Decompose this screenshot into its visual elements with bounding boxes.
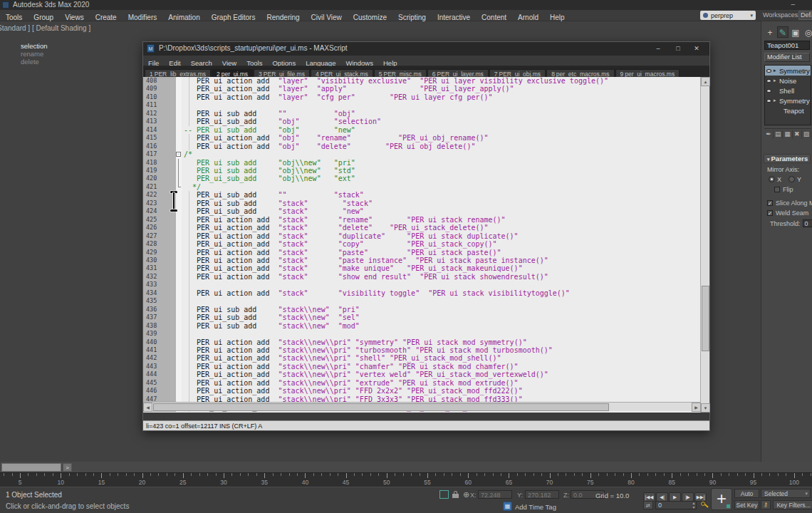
weld-checkbox[interactable]: ✓: [767, 210, 773, 216]
viewport-shading-label[interactable]: Standard ] [ Default Shading ]: [0, 24, 90, 32]
context-menu-item-selection[interactable]: selection: [21, 43, 48, 49]
make-unique-icon[interactable]: ▦: [783, 130, 792, 139]
fold-margin[interactable]: [176, 126, 182, 134]
editor-close-icon[interactable]: ✕: [691, 43, 702, 53]
code-text[interactable]: PER_ui_action_add "obj" "delete" "PER_ui…: [182, 142, 701, 150]
axis-y-radio[interactable]: [788, 176, 795, 182]
modifier-expand-icon[interactable]: ▸: [774, 78, 779, 83]
key-filter-selection-dropdown[interactable]: Selected▾: [761, 489, 811, 498]
code-line[interactable]: 416 PER_ui_action_add "obj" "delete" "PE…: [143, 142, 701, 150]
code-text[interactable]: PER_ui_action_add "stack" "make unique" …: [182, 264, 701, 272]
editor-titlebar[interactable]: M P:\Dropbox\3ds\scripts_startup\perui\p…: [143, 42, 709, 56]
fold-margin[interactable]: [176, 338, 182, 346]
code-line[interactable]: 421 */: [143, 183, 701, 191]
mini-listener-run-icon[interactable]: >: [63, 463, 72, 472]
add-time-tag-label[interactable]: Add Time Tag: [515, 503, 556, 511]
code-line[interactable]: 410 PER_ui_action_add "layer" "cfg per" …: [143, 93, 701, 101]
motion-tab-icon[interactable]: ◎: [803, 27, 812, 38]
code-text[interactable]: PER_ui_action_add "stack\\new\\pri" "ext…: [182, 379, 701, 387]
code-text[interactable]: -- PER_ui_sub_add "obj" "new": [182, 126, 701, 134]
key-filters-button[interactable]: Key Filters...: [773, 500, 812, 509]
fold-margin[interactable]: [176, 134, 182, 142]
selection-region-icon[interactable]: [439, 490, 449, 499]
fold-margin[interactable]: [176, 167, 182, 175]
fold-margin[interactable]: [176, 346, 182, 354]
x-coordinate-field[interactable]: 72.248: [478, 490, 512, 499]
code-line[interactable]: 415 PER_ui_action_add "obj" "rename" "PE…: [143, 134, 701, 142]
user-account-button[interactable]: perprep ▾: [700, 11, 756, 20]
fold-margin[interactable]: [176, 330, 182, 338]
modifier-visibility-icon[interactable]: [766, 69, 771, 73]
add-button[interactable]: +: [711, 488, 732, 510]
code-text[interactable]: PER_ui_action_add "layer" "cfg per" "PER…: [182, 93, 701, 101]
code-text[interactable]: PER_ui_sub_add "stack\\new" "mod": [182, 322, 701, 330]
axis-x-radio[interactable]: [769, 176, 775, 182]
key-mode-toggle[interactable]: ⇄: [643, 501, 653, 509]
code-text[interactable]: PER_ui_action_add "stack" "visibility to…: [182, 289, 701, 297]
code-text[interactable]: PER_ui_sub_add "" "stack": [182, 191, 701, 199]
modifier-list-dropdown[interactable]: Modifier List: [764, 53, 810, 62]
scroll-down-icon[interactable]: ▼: [701, 403, 710, 413]
editor-minimize-icon[interactable]: –: [652, 43, 664, 53]
context-menu-item-rename[interactable]: rename: [21, 51, 48, 57]
context-menu-item-delete[interactable]: delete: [21, 59, 48, 65]
fold-collapse-icon[interactable]: -: [176, 152, 181, 157]
parameters-rollout-header[interactable]: ▾Parameters: [764, 154, 811, 163]
y-coordinate-field[interactable]: 270.182: [525, 490, 559, 499]
code-text[interactable]: PER_ui_sub_add "" "obj": [182, 110, 701, 118]
code-line[interactable]: 425 PER_ui_action_add "stack" "rename" "…: [143, 216, 701, 224]
default-in-out-tangents-icon[interactable]: [701, 502, 709, 509]
code-text[interactable]: PER_ui_sub_add "obj\\new" "pri": [182, 159, 701, 167]
code-line[interactable]: 441 PER_ui_action_add "stack\\new\\pri" …: [143, 346, 701, 354]
fold-margin[interactable]: [176, 77, 182, 85]
fold-margin[interactable]: [176, 387, 182, 395]
fold-margin[interactable]: [176, 297, 182, 305]
modifier-visibility-icon[interactable]: [766, 89, 771, 93]
code-text[interactable]: PER_ui_action_add "stack\\new\\pri" "sym…: [182, 338, 701, 346]
code-line[interactable]: 417-/*: [143, 150, 701, 158]
scroll-left-icon[interactable]: ◀: [143, 403, 152, 412]
code-line[interactable]: 443 PER_ui_action_add "stack\\new\\pri" …: [143, 363, 701, 370]
fold-margin[interactable]: [176, 264, 182, 272]
code-line[interactable]: 418 PER_ui_sub_add "obj\\new" "pri": [143, 159, 701, 167]
code-line[interactable]: 432 PER_ui_action_add "stack" "show end …: [143, 273, 701, 281]
fold-margin[interactable]: [176, 363, 182, 370]
code-line[interactable]: 442 PER_ui_action_add "stack\\new\\pri" …: [143, 354, 701, 362]
modifier-visibility-icon[interactable]: [766, 79, 771, 83]
key-filter-icon[interactable]: ⚷: [761, 500, 771, 509]
code-text[interactable]: [182, 330, 701, 338]
frame-spinner[interactable]: ▲▼: [691, 501, 697, 509]
fold-margin[interactable]: [176, 159, 182, 167]
fold-margin[interactable]: [176, 101, 182, 109]
code-text[interactable]: PER_ui_sub_add "stack" "stack": [182, 200, 701, 207]
code-line[interactable]: 420 PER_ui_sub_add "obj\\new" "ext": [143, 175, 701, 182]
modifier-row-symmetry[interactable]: ▸Symmetry: [765, 66, 811, 76]
fold-margin[interactable]: [176, 85, 182, 93]
fold-margin[interactable]: [176, 93, 182, 101]
code-text[interactable]: */: [182, 183, 701, 191]
fold-margin[interactable]: [176, 240, 182, 248]
code-line[interactable]: 446 PER_ui_action_add "stack\\new\\pri" …: [143, 387, 701, 395]
fold-margin[interactable]: [176, 306, 182, 314]
fold-margin[interactable]: [176, 379, 182, 387]
code-text[interactable]: PER_ui_action_add "obj" "rename" "PER_ui…: [182, 134, 701, 142]
fold-margin[interactable]: [176, 314, 182, 321]
modifier-expand-icon[interactable]: ▸: [774, 68, 779, 73]
auto-key-button[interactable]: Auto Key: [734, 489, 759, 498]
code-line[interactable]: 431 PER_ui_action_add "stack" "make uniq…: [143, 264, 701, 272]
code-text[interactable]: PER_ui_sub_add "stack\\new" "pri": [182, 306, 701, 314]
fold-margin[interactable]: [176, 183, 182, 191]
modify-tab-icon[interactable]: ✎: [777, 26, 788, 38]
hierarchy-tab-icon[interactable]: ▣: [790, 27, 801, 38]
code-text[interactable]: PER_ui_sub_add "obj\\new" "ext": [182, 175, 701, 182]
fold-margin[interactable]: [176, 370, 182, 378]
code-text[interactable]: [182, 297, 701, 305]
code-line[interactable]: 433: [143, 281, 701, 289]
code-text[interactable]: PER_ui_sub_add "stack\\new" "sel": [182, 314, 701, 321]
fold-margin[interactable]: [176, 216, 182, 224]
code-text[interactable]: PER_ui_action_add "stack" "duplicate" "P…: [182, 232, 701, 240]
show-end-result-icon[interactable]: ▤: [774, 130, 783, 139]
mini-listener-input[interactable]: [1, 463, 61, 472]
code-text[interactable]: /*: [182, 150, 701, 158]
code-line[interactable]: 444 PER_ui_action_add "stack\\new\\pri" …: [143, 370, 701, 378]
